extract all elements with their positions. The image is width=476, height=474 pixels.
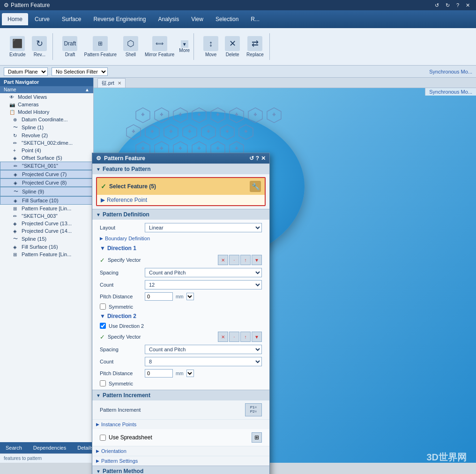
draft-button[interactable]: Draft Draft [60,34,79,59]
spreadsheet-checkbox[interactable] [100,435,106,441]
count2-select[interactable]: 8 [145,357,262,366]
nav-item-sketch002[interactable]: ✏ "SKETCH_002:dime... [0,139,93,147]
tab-selection[interactable]: Selection [210,13,244,25]
pattern-definition-header[interactable]: ▼ Pattern Definition [92,209,269,220]
use-direction2-checkbox[interactable] [100,323,106,329]
viewport-tab[interactable]: 征.prt ✕ [97,78,126,88]
layout-select[interactable]: Linear Circular Along General Reference [145,223,262,232]
tab-home[interactable]: Home [2,13,28,25]
nav-item-spline1[interactable]: 〜 Spline (1) [0,123,93,132]
shell-button[interactable]: ⬡ Shell [121,34,140,59]
tab-surface[interactable]: Surface [56,13,87,25]
direction2-header[interactable]: ▼ Direction 2 [96,311,266,321]
nav-item-spline15[interactable]: 〜 Spline (15) [0,235,93,243]
feature-to-pattern-header[interactable]: ▼ Feature to Pattern [92,163,269,174]
extrude-button[interactable]: ⬛ Extrude [7,34,27,59]
nav-item-model-history[interactable]: 📋 Model History [0,108,93,116]
symmetric1-label[interactable]: Symmetric [109,304,133,310]
more-button[interactable]: ▼ More [179,40,190,53]
nav-item-sketch003[interactable]: ✏ "SKETCH_003" [0,212,93,220]
pattern-increment-header[interactable]: ▼ Pattern Increment [92,390,269,400]
dialog-help-icon[interactable]: ? [256,155,259,162]
replace-button[interactable]: ⇄ Replace [245,34,266,59]
revolve-button[interactable]: ↻ Rev... [30,34,49,59]
nav-item-fill-surface10[interactable]: ◈ Fill Surface (10) [0,196,93,205]
use-direction2-label[interactable]: Use Direction 2 [109,323,144,329]
tab-curve[interactable]: Curve [29,13,55,25]
pitch1-unit-select[interactable]: mm [186,293,194,300]
tab-reverse-engineering[interactable]: Reverse Engineering [88,13,151,25]
pattern-settings-header[interactable]: ▶ Pattern Settings [92,456,269,466]
tab-re[interactable]: R... [245,13,265,25]
spacing2-select[interactable]: Count and Pitch Count and Span Pitch Onl… [145,345,262,354]
symmetric2-checkbox[interactable] [100,380,106,386]
nav-item-point4[interactable]: + Point (4) [0,147,93,154]
select-feature-icon-btn[interactable]: 🔧 [250,181,261,192]
redo-icon[interactable]: ↻ [443,2,452,9]
count2-label: Count [100,359,142,364]
viewport-tab-bar: 征.prt ✕ [94,78,476,88]
vector2-dot-btn[interactable]: · [229,332,239,342]
datum-plane-select[interactable]: Datum Plane [4,67,48,76]
tab-view[interactable]: View [186,13,209,25]
proj-curve8-icon: ◈ [14,180,20,185]
pitch1-label: Pitch Distance [100,294,142,299]
pitch2-input[interactable] [145,369,173,378]
selection-filter-select[interactable]: No Selection Filter [52,67,108,76]
pattern-method-section: ▼ Pattern Method Method Variational Simp… [92,466,269,474]
tab-details[interactable]: Details [72,443,94,452]
spline-icon: 〜 [13,124,20,131]
nav-item-pattern-feature-lin[interactable]: ⊞ Pattern Feature [Lin... [0,205,93,212]
pitch2-label: Pitch Distance [100,370,142,376]
nav-item-model-views[interactable]: 👁 Model Views [0,93,93,101]
tab-analysis[interactable]: Analysis [152,13,185,25]
pitch1-input[interactable] [145,292,173,301]
nav-item-fill-surface16[interactable]: ◈ Fill Surface (16) [0,243,93,251]
nav-item-pattern-feature-lin2[interactable]: ⊞ Pattern Feature [Lin... [0,251,93,258]
pi-icon-btn[interactable]: P1=P2= [245,403,262,416]
count1-select[interactable]: 12 [145,280,262,289]
dialog-refresh-icon[interactable]: ↺ [249,155,254,162]
move-button[interactable]: ↕ Move [201,34,220,59]
nav-item-offset-surface5[interactable]: ◈ Offset Surface (5) [0,154,93,162]
pattern-feature-button[interactable]: ⊞ Pattern Feature [82,34,118,59]
boundary-definition-row[interactable]: ▶ Boundary Definition [96,234,266,243]
nav-item-sketch001[interactable]: ✏ "SKETCH_001" [0,162,93,170]
symmetric2-label[interactable]: Symmetric [109,381,133,386]
tab-dependencies[interactable]: Dependencies [28,443,72,452]
spreadsheet-icon-btn[interactable]: ⊞ [252,432,262,443]
pattern-method-header[interactable]: ▼ Pattern Method [92,466,269,474]
delete-button[interactable]: ✕ Delete [223,34,242,59]
symmetric1-checkbox[interactable] [100,304,106,310]
pitch2-unit-select[interactable]: mm [186,370,194,377]
nav-item-proj-curve14[interactable]: ◈ Projected Curve (14... [0,227,93,235]
mirror-feature-button[interactable]: ⟺ Mirror Feature [143,34,176,59]
symmetric1-row: Symmetric [96,302,266,311]
nav-item-cameras[interactable]: 📷 Cameras [0,101,93,108]
spacing1-select[interactable]: Count and Pitch Count and Span Pitch Onl… [145,268,262,277]
vector1-x-btn[interactable]: ✕ [218,255,228,265]
direction1-header[interactable]: ▼ Direction 1 [96,243,266,253]
reference-point-row[interactable]: ▶ Reference Point [97,195,265,205]
nav-item-proj-curve7[interactable]: ◈ Projected Curve (7) [0,170,93,178]
nav-item-spline9[interactable]: 〜 Spline (9) [0,187,93,196]
instance-points-header[interactable]: ▶ Instance Points [92,419,269,429]
nav-item-proj-curve8[interactable]: ◈ Projected Curve (8) [0,178,93,187]
vector2-x-btn[interactable]: ✕ [218,332,228,342]
nav-item-revolve2[interactable]: ↻ Revolve (2) [0,132,93,139]
nav-item-datum-coord[interactable]: ⊕ Datum Coordinate... [0,116,93,123]
viewport-tab-close-btn[interactable]: ✕ [118,81,121,86]
refresh-icon[interactable]: ↺ [432,2,441,9]
tab-search[interactable]: Search [0,443,28,452]
nav-item-proj-curve13[interactable]: ◈ Projected Curve (13... [0,220,93,227]
orientation-header[interactable]: ▶ Orientation [92,446,269,456]
vector1-dropdown-btn[interactable]: ▼ [252,255,262,265]
spreadsheet-label[interactable]: Use Spreadsheet [109,434,152,441]
vector1-dot-btn[interactable]: · [229,255,239,265]
help-icon[interactable]: ? [454,2,461,9]
close-icon[interactable]: ✕ [463,2,472,9]
vector1-arrow-btn[interactable]: ↑ [240,255,251,265]
vector2-arrow-btn[interactable]: ↑ [240,332,251,342]
dialog-close-icon[interactable]: ✕ [261,155,266,162]
vector2-dropdown-btn[interactable]: ▼ [252,332,262,342]
